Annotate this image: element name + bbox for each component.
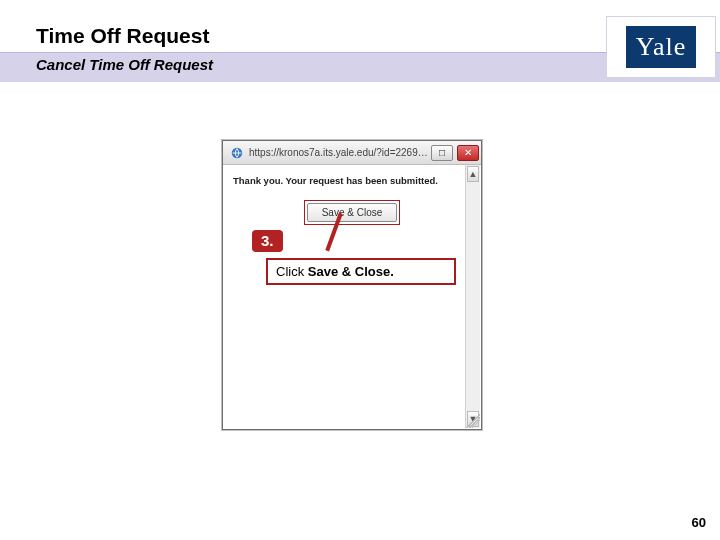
window-url: https://kronos7a.its.yale.edu/?id=22694 … [249, 147, 429, 158]
scroll-up-icon[interactable]: ▲ [467, 166, 479, 182]
callout-text-bold: Save & Close. [308, 264, 394, 279]
resize-grip-icon[interactable] [466, 414, 480, 428]
vertical-scrollbar[interactable]: ▲ ▼ [465, 165, 480, 428]
window-body: Thank you. Your request has been submitt… [223, 165, 481, 429]
slide: Time Off Request Cancel Time Off Request… [0, 0, 720, 540]
maximize-button[interactable]: □ [431, 145, 453, 161]
page-number: 60 [692, 515, 706, 530]
page-subtitle: Cancel Time Off Request [36, 56, 213, 73]
callout-step-number: 3. [252, 230, 283, 252]
confirmation-message: Thank you. Your request has been submitt… [233, 175, 471, 186]
screenshot-window: https://kronos7a.its.yale.edu/?id=22694 … [222, 140, 482, 430]
close-button[interactable]: ✕ [457, 145, 479, 161]
save-and-close-button[interactable]: Save & Close [307, 203, 398, 222]
ie-favicon-icon [229, 145, 245, 161]
page-title: Time Off Request [36, 24, 209, 48]
window-titlebar: https://kronos7a.its.yale.edu/?id=22694 … [223, 141, 481, 165]
window-buttons: □ ✕ [429, 145, 481, 161]
scroll-track[interactable] [466, 183, 480, 410]
callout-text-prefix: Click [276, 264, 308, 279]
callout-instruction-box: Click Save & Close. [266, 258, 456, 285]
yale-logo: Yale [606, 16, 716, 78]
yale-logo-text: Yale [626, 26, 696, 68]
save-close-highlight: Save & Close [304, 200, 401, 225]
slide-header: Time Off Request Cancel Time Off Request… [0, 0, 720, 88]
